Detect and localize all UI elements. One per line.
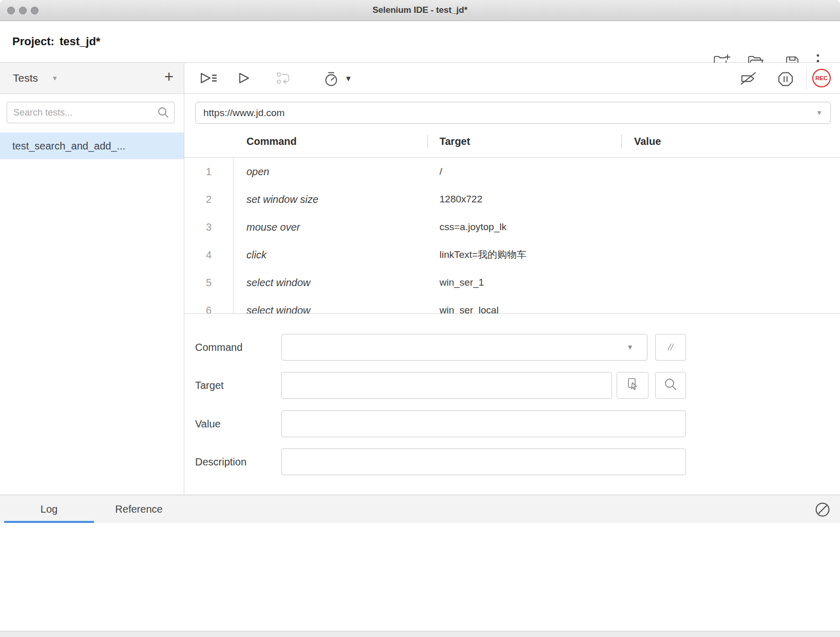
- table-row[interactable]: 3 mouse over css=a.joytop_lk: [184, 213, 840, 241]
- command-field-label: Command: [195, 334, 242, 361]
- row-number-column-header: [184, 126, 234, 157]
- play-icon: [236, 70, 251, 86]
- stopwatch-icon: [322, 70, 340, 88]
- selenium-ide-window: Selenium IDE - test_jd* Project:test_jd*…: [0, 0, 840, 637]
- app-header: Project:test_jd*: [0, 21, 840, 63]
- disable-breakpoints-button[interactable]: [738, 70, 759, 87]
- table-row[interactable]: 5 select window win_ser_1: [184, 269, 840, 296]
- log-content: [0, 523, 840, 631]
- main-panel: ▼ REC ▼ Command Target Value 1: [184, 63, 840, 495]
- add-test-button[interactable]: +: [164, 63, 174, 93]
- base-url-input[interactable]: [195, 102, 831, 124]
- tests-dropdown[interactable]: Tests: [13, 63, 38, 93]
- command-edit-form: Command ▾ // Target Value Description: [184, 313, 840, 495]
- row-command: set window size: [234, 185, 427, 213]
- row-value: [621, 213, 840, 241]
- speed-caret-icon[interactable]: ▼: [345, 63, 352, 94]
- toggle-comment-button[interactable]: //: [655, 334, 686, 361]
- description-field-input[interactable]: [281, 448, 686, 475]
- record-button[interactable]: REC: [812, 69, 831, 87]
- url-dropdown-icon[interactable]: ▼: [816, 102, 823, 124]
- command-table-header: Command Target Value: [184, 126, 840, 158]
- test-search: [7, 102, 175, 123]
- tab-log[interactable]: Log: [4, 495, 94, 523]
- table-row[interactable]: 1 open /: [184, 158, 840, 185]
- step-over-icon: [275, 70, 293, 86]
- search-tests-input[interactable]: [7, 102, 175, 123]
- row-target: 1280x722: [427, 185, 621, 213]
- value-column-header: Value: [621, 126, 840, 157]
- test-list-item[interactable]: test_search_and_add_...: [0, 133, 184, 159]
- search-icon: [663, 377, 678, 394]
- value-field-label: Value: [195, 410, 221, 437]
- row-target: win_ser_local: [427, 296, 621, 313]
- description-field-label: Description: [195, 448, 246, 475]
- row-target: win_ser_1: [427, 269, 621, 296]
- row-value: [621, 185, 840, 213]
- find-target-button[interactable]: [655, 372, 686, 399]
- playback-toolbar: ▼ REC: [184, 63, 840, 94]
- row-value: [621, 241, 840, 269]
- command-dropdown-icon[interactable]: ▾: [628, 334, 632, 361]
- bottom-scrollbar-track[interactable]: [0, 631, 840, 637]
- run-all-tests-button[interactable]: [197, 70, 219, 86]
- project-label: Project:: [12, 35, 54, 48]
- row-number: 3: [184, 213, 234, 241]
- row-command: mouse over: [234, 213, 427, 241]
- row-number: 1: [184, 158, 234, 185]
- run-all-icon: [197, 70, 219, 86]
- row-value: [621, 158, 840, 185]
- titlebar: Selenium IDE - test_jd*: [0, 0, 840, 21]
- column-divider: [427, 135, 428, 148]
- row-target: css=a.joytop_lk: [427, 213, 621, 241]
- pause-octagon-icon: [776, 70, 795, 88]
- command-column-header: Command: [234, 126, 427, 157]
- project-name: test_jd*: [60, 35, 100, 48]
- row-command: select window: [234, 296, 427, 313]
- toolbar-divider: [806, 68, 807, 89]
- target-field-input[interactable]: [281, 372, 612, 399]
- row-number: 2: [184, 185, 234, 213]
- row-value: [621, 269, 840, 296]
- table-row[interactable]: 4 click linkText=我的购物车: [184, 241, 840, 269]
- pause-on-exceptions-button[interactable]: [776, 70, 795, 88]
- chevron-down-icon[interactable]: ▾: [53, 63, 57, 93]
- row-target: linkText=我的购物车: [427, 241, 621, 269]
- breakpoint-slash-icon: [738, 70, 759, 87]
- row-value: [621, 296, 840, 313]
- column-divider: [621, 135, 622, 148]
- test-speed-button[interactable]: [322, 70, 340, 88]
- bottom-tabbar: Log Reference: [0, 495, 840, 523]
- bottom-panel: Log Reference: [0, 495, 840, 631]
- step-over-button-disabled: [275, 70, 293, 86]
- tab-reference[interactable]: Reference: [94, 495, 184, 523]
- run-current-test-button[interactable]: [236, 70, 251, 86]
- clear-log-button[interactable]: [814, 501, 831, 520]
- value-field-input[interactable]: [281, 410, 686, 437]
- window-title: Selenium IDE - test_jd*: [0, 0, 840, 21]
- table-row[interactable]: 6 select window win_ser_local: [184, 296, 840, 313]
- row-number: 5: [184, 269, 234, 296]
- row-number: 4: [184, 241, 234, 269]
- circle-slash-icon: [814, 511, 831, 519]
- select-target-button[interactable]: [617, 372, 648, 399]
- table-row[interactable]: 2 set window size 1280x722: [184, 185, 840, 213]
- row-number: 6: [184, 296, 234, 313]
- url-bar: ▼: [195, 102, 831, 124]
- search-icon: [157, 106, 169, 121]
- tests-header: Tests ▾ +: [0, 63, 184, 94]
- row-command: select window: [234, 269, 427, 296]
- select-target-icon: [624, 376, 641, 395]
- target-field-label: Target: [195, 372, 224, 399]
- tests-sidebar: Tests ▾ + test_search_and_add_...: [0, 63, 184, 495]
- command-field-input[interactable]: [281, 334, 647, 361]
- row-command: open: [234, 158, 427, 185]
- project-title: Project:test_jd*: [12, 21, 100, 62]
- command-table-body: 1 open / 2 set window size 1280x722 3 mo…: [184, 158, 840, 313]
- row-command: click: [234, 241, 427, 269]
- row-target: /: [427, 158, 621, 185]
- target-column-header: Target: [427, 126, 621, 157]
